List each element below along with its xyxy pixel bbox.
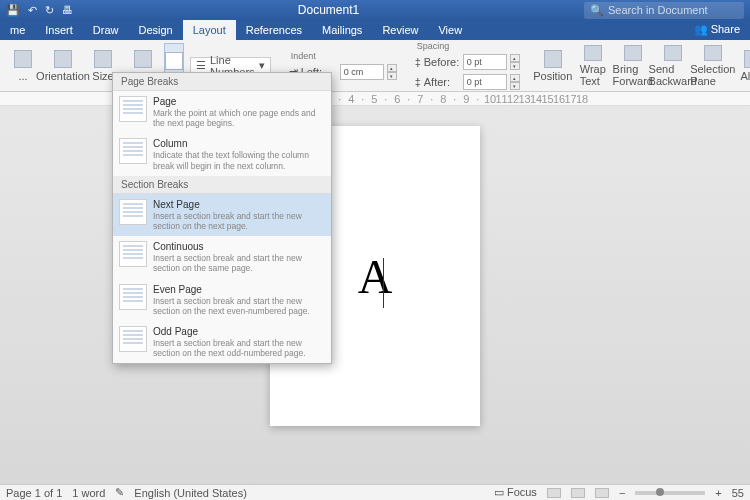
selection-pane-button[interactable]: Selection Pane: [694, 43, 732, 89]
breaks-dropdown: Page Breaks PageMark the point at which …: [112, 72, 332, 364]
zoom-slider[interactable]: [635, 491, 705, 495]
zoom-value[interactable]: 55: [732, 487, 744, 499]
zoom-out[interactable]: −: [619, 487, 625, 499]
break-even-page[interactable]: Even PageInsert a section break and star…: [113, 279, 331, 321]
search-placeholder: Search in Document: [608, 4, 708, 16]
odd-page-break-icon: [119, 326, 147, 352]
section-breaks-header: Section Breaks: [113, 176, 331, 194]
word-count[interactable]: 1 word: [72, 487, 105, 499]
zoom-in[interactable]: +: [715, 487, 721, 499]
view-web-icon[interactable]: [571, 488, 585, 498]
break-odd-page[interactable]: Odd PageInsert a section break and start…: [113, 321, 331, 363]
spacing-before-input[interactable]: 0 pt: [463, 54, 507, 70]
tab-insert[interactable]: Insert: [35, 20, 83, 40]
tab-layout[interactable]: Layout: [183, 20, 236, 40]
text-direction-button[interactable]: ...: [4, 43, 42, 89]
bring-forward-button[interactable]: Bring Forward: [614, 43, 652, 89]
tab-draw[interactable]: Draw: [83, 20, 129, 40]
position-button[interactable]: Position: [534, 43, 572, 89]
page-text: A: [358, 249, 393, 304]
statusbar: Page 1 of 1 1 word ✎ English (United Sta…: [0, 484, 750, 500]
undo-icon[interactable]: ↶: [28, 4, 37, 17]
spacing-before-spinner[interactable]: ▴▾: [510, 54, 520, 70]
spacing-after-input[interactable]: 0 pt: [463, 74, 507, 90]
tab-design[interactable]: Design: [128, 20, 182, 40]
orientation-button[interactable]: Orientation: [44, 43, 82, 89]
spacing-after-spinner[interactable]: ▴▾: [510, 74, 520, 90]
indent-left-spinner[interactable]: ▴▾: [387, 64, 397, 80]
tab-view[interactable]: View: [428, 20, 472, 40]
save-icon[interactable]: 💾: [6, 4, 20, 17]
print-icon[interactable]: 🖶: [62, 4, 73, 16]
language[interactable]: English (United States): [134, 487, 247, 499]
wrap-text-button[interactable]: Wrap Text: [574, 43, 612, 89]
text-cursor: [383, 258, 384, 308]
titlebar: 💾 ↶ ↻ 🖶 Document1 🔍 Search in Document: [0, 0, 750, 20]
ribbon-tabs: me Insert Draw Design Layout References …: [0, 20, 750, 40]
tab-mailings[interactable]: Mailings: [312, 20, 372, 40]
break-page[interactable]: PageMark the point at which one page end…: [113, 91, 331, 133]
continuous-break-icon: [119, 241, 147, 267]
redo-icon[interactable]: ↻: [45, 4, 54, 17]
page-breaks-header: Page Breaks: [113, 73, 331, 91]
spellcheck-icon[interactable]: ✎: [115, 486, 124, 499]
even-page-break-icon: [119, 284, 147, 310]
send-backward-button[interactable]: Send Backward: [654, 43, 692, 89]
quick-access-toolbar: 💾 ↶ ↻ 🖶: [6, 4, 73, 17]
view-outline-icon[interactable]: [595, 488, 609, 498]
next-page-break-icon: [119, 199, 147, 225]
tab-review[interactable]: Review: [372, 20, 428, 40]
column-break-icon: [119, 138, 147, 164]
page-break-icon: [119, 96, 147, 122]
tab-references[interactable]: References: [236, 20, 312, 40]
break-next-page[interactable]: Next PageInsert a section break and star…: [113, 194, 331, 236]
search-icon: 🔍: [590, 4, 604, 17]
focus-mode[interactable]: ▭ Focus: [494, 486, 537, 499]
view-print-icon[interactable]: [547, 488, 561, 498]
break-continuous[interactable]: ContinuousInsert a section break and sta…: [113, 236, 331, 278]
search-box[interactable]: 🔍 Search in Document: [584, 2, 744, 19]
tab-home[interactable]: me: [0, 20, 35, 40]
spacing-group: Spacing ‡Before:0 pt▴▾ ‡After:0 pt▴▾: [411, 41, 524, 91]
share-button[interactable]: 👥 Share: [684, 19, 750, 40]
break-column[interactable]: ColumnIndicate that the text following t…: [113, 133, 331, 175]
indent-left-input[interactable]: 0 cm: [340, 64, 384, 80]
page-count[interactable]: Page 1 of 1: [6, 487, 62, 499]
align-button[interactable]: Align: [734, 43, 750, 89]
document-title: Document1: [73, 3, 584, 17]
